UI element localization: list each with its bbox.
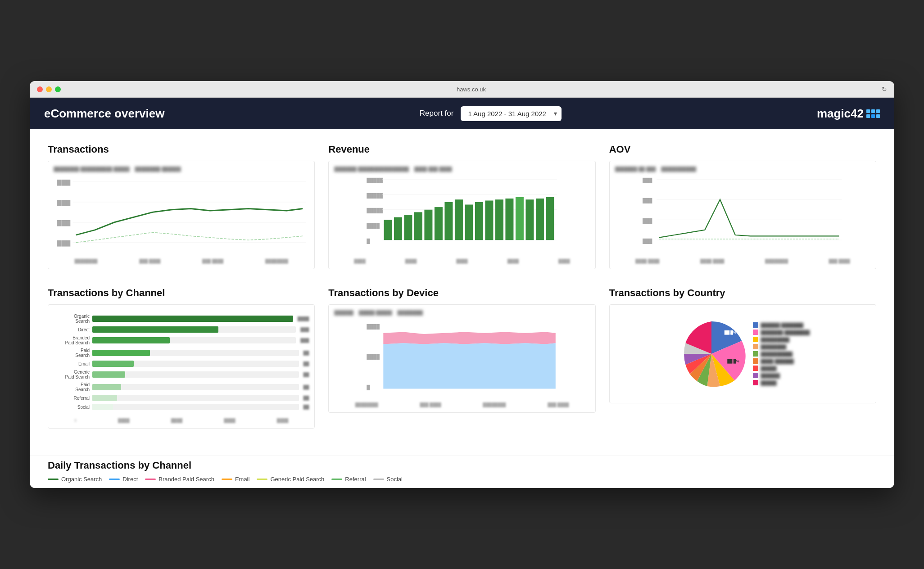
transactions-chart-area: ████████ ██████████ █████ ████████ █████… <box>48 161 315 269</box>
channel-row-email: Email ██ <box>54 361 309 367</box>
channel-value-direct: ███ <box>300 327 309 332</box>
svg-rect-26 <box>465 205 473 240</box>
transactions-line-chart: ███ ███ ███ ███ <box>54 174 309 255</box>
country-pie-chart: ██.█% ██.█% <box>675 318 747 390</box>
svg-text:███: ███ <box>57 200 71 206</box>
svg-rect-21 <box>414 212 422 240</box>
svg-rect-20 <box>404 215 412 240</box>
device-area-chart: ████ ████ █ <box>334 318 589 399</box>
social-line-icon <box>373 479 384 480</box>
channel-label-generic: GenericPaid Search <box>54 370 90 379</box>
legend-germany: █████████ <box>753 337 810 342</box>
revenue-chart-area: ███████ ████████████████ ████ ███ ████ █… <box>328 161 595 269</box>
country-title: Transactions by Country <box>609 287 876 299</box>
legend-email: Email <box>222 476 250 483</box>
svg-text:██.█%: ██.█% <box>727 359 739 364</box>
device-title: Transactions by Device <box>328 287 595 299</box>
traffic-lights <box>37 86 61 92</box>
legend-france: ████████ <box>753 344 810 349</box>
channel-label-email: Email <box>54 361 90 366</box>
channel-value-social: ██ <box>303 405 309 409</box>
svg-rect-31 <box>516 197 524 240</box>
svg-rect-19 <box>394 217 402 240</box>
channel-value-paid: ██ <box>303 351 309 355</box>
revenue-legend-1: ███████ ████████████████ <box>334 167 409 172</box>
legend-usa: ████ ██████ <box>753 358 810 364</box>
svg-text:███: ███ <box>643 218 652 224</box>
legend-social: Social <box>373 476 403 483</box>
referral-line-icon <box>331 479 342 480</box>
generic-paid-line-icon <box>257 479 267 480</box>
generic-paid-label: Generic Paid Search <box>270 476 324 483</box>
channel-value-branded: ███ <box>300 338 309 343</box>
header-center: Report for 1 Aug 2022 - 31 Aug 2022 ▾ <box>420 106 562 121</box>
channel-panel: Transactions by Channel OrganicSearch ██… <box>48 287 315 429</box>
svg-text:█: █ <box>367 384 370 391</box>
app-header: eCommerce overview Report for 1 Aug 2022… <box>30 98 894 129</box>
legend-other: █████ <box>753 380 810 385</box>
channel-value-email: ██ <box>303 361 309 366</box>
device-legend-3: ████████ <box>397 310 423 315</box>
address-bar[interactable]: haws.co.uk <box>66 86 876 93</box>
channel-row-social: Social ██ <box>54 404 309 410</box>
channel-track-social <box>92 404 299 410</box>
browser-chrome: haws.co.uk ↻ <box>30 81 894 98</box>
svg-text:████: ████ <box>367 324 380 330</box>
channel-label-referral: Referral <box>54 396 90 401</box>
revenue-title: Revenue <box>328 144 595 155</box>
channel-label-paid2: PaidSearch <box>54 382 90 392</box>
transactions-panel: Transactions ████████ ██████████ █████ █… <box>48 144 315 269</box>
channel-track-paid <box>92 350 299 356</box>
channel-label-direct: Direct <box>54 327 90 332</box>
channel-track-organic <box>92 316 293 322</box>
app-title: eCommerce overview <box>44 107 164 121</box>
svg-text:███: ███ <box>643 177 652 184</box>
daily-title: Daily Transactions by Channel <box>48 460 876 471</box>
svg-text:███: ███ <box>643 238 652 244</box>
channel-row-referral: Referral ██ <box>54 395 309 401</box>
aov-legend-2: ███████████ <box>661 167 696 172</box>
svg-text:█████: █████ <box>367 208 383 214</box>
svg-rect-18 <box>384 220 392 240</box>
country-panel: Transactions by Country <box>609 287 876 429</box>
direct-label: Direct <box>122 476 138 483</box>
legend-direct: Direct <box>109 476 138 483</box>
close-button[interactable] <box>37 86 43 92</box>
transactions-legend-2: ████████ ██████ <box>135 167 181 172</box>
minimize-button[interactable] <box>46 86 52 92</box>
svg-text:████: ████ <box>367 223 380 229</box>
legend-uk: ██████ ███████ <box>753 322 810 328</box>
date-range-dropdown[interactable]: 1 Aug 2022 - 31 Aug 2022 <box>461 106 562 121</box>
reload-icon[interactable]: ↻ <box>882 86 887 93</box>
svg-text:█████: █████ <box>367 193 383 199</box>
referral-label: Referral <box>345 476 366 483</box>
device-legend-1: ██████ <box>334 310 353 315</box>
daily-legend: Organic Search Direct Branded Paid Searc… <box>48 476 876 483</box>
app-content: Transactions ████████ ██████████ █████ █… <box>30 129 894 456</box>
aov-line-chart: ███ ███ ███ ███ <box>615 174 870 255</box>
revenue-legend-2: ████ ███ ████ <box>414 167 452 172</box>
transactions-title: Transactions <box>48 144 315 155</box>
transactions-legend-1: ████████ ██████████ █████ <box>54 167 130 172</box>
channel-row-paid2: PaidSearch ██ <box>54 382 309 392</box>
date-range-dropdown-wrapper[interactable]: 1 Aug 2022 - 31 Aug 2022 ▾ <box>461 106 562 121</box>
channel-row-paid: PaidSearch ██ <box>54 348 309 358</box>
svg-text:█████: █████ <box>367 177 383 184</box>
transactions-x-axis: ████████ ███ ████ ███ ████ ████████ <box>54 259 309 263</box>
channel-value-generic: ██ <box>303 372 309 377</box>
svg-text:█: █ <box>367 238 370 244</box>
maximize-button[interactable] <box>55 86 61 92</box>
channel-label-branded: BrandedPaid Search <box>54 335 90 345</box>
organic-search-line-icon <box>48 479 59 480</box>
svg-rect-34 <box>546 197 554 240</box>
channel-track-generic <box>92 371 299 378</box>
svg-rect-32 <box>526 199 534 240</box>
aov-legend-1: ███████ ██ ███ <box>615 167 656 172</box>
bottom-charts-row: Transactions by Channel OrganicSearch ██… <box>48 287 876 429</box>
aov-title: AOV <box>609 144 876 155</box>
channel-value-organic: ████ <box>298 316 309 321</box>
device-legend-2: █████ █████ <box>359 310 392 315</box>
channel-title: Transactions by Channel <box>48 287 315 299</box>
svg-rect-30 <box>506 199 514 240</box>
legend-organic-search: Organic Search <box>48 476 102 483</box>
